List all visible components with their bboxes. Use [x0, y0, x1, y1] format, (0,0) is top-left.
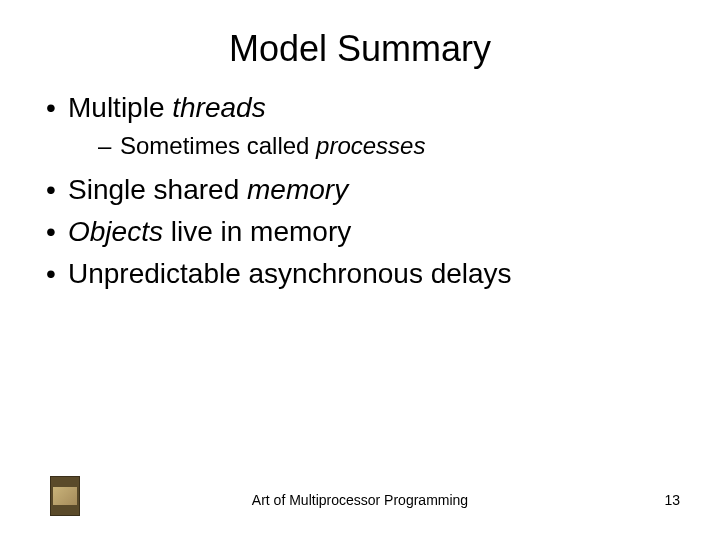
bullet-text: Unpredictable asynchronous delays	[68, 258, 512, 289]
bullet-text: live in memory	[163, 216, 351, 247]
sub-bullet-emphasis: processes	[316, 132, 425, 159]
slide-content: Multiple threads Sometimes called proces…	[0, 90, 720, 293]
bullet-item: Unpredictable asynchronous delays	[40, 256, 680, 292]
footer-text: Art of Multiprocessor Programming	[0, 492, 720, 508]
bullet-item: Multiple threads Sometimes called proces…	[40, 90, 680, 162]
bullet-emphasis: memory	[247, 174, 348, 205]
slide: Model Summary Multiple threads Sometimes…	[0, 0, 720, 540]
slide-footer: Art of Multiprocessor Programming 13	[0, 476, 720, 516]
bullet-text: Multiple	[68, 92, 172, 123]
sub-bullet-list: Sometimes called processes	[68, 130, 680, 161]
bullet-emphasis: Objects	[68, 216, 163, 247]
sub-bullet-text: Sometimes called	[120, 132, 316, 159]
page-number: 13	[664, 492, 680, 508]
bullet-item: Single shared memory	[40, 172, 680, 208]
bullet-emphasis: threads	[172, 92, 265, 123]
bullet-text: Single shared	[68, 174, 247, 205]
bullet-item: Objects live in memory	[40, 214, 680, 250]
slide-title: Model Summary	[0, 0, 720, 90]
bullet-list: Multiple threads Sometimes called proces…	[40, 90, 680, 293]
sub-bullet-item: Sometimes called processes	[98, 130, 680, 161]
